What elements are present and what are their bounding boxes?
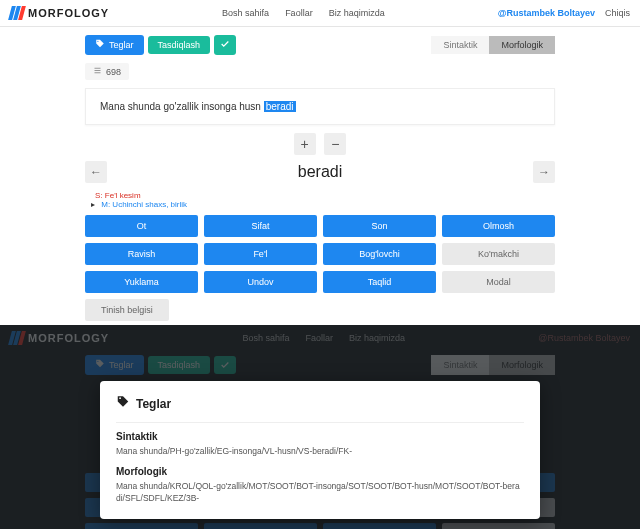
check-icon	[220, 39, 230, 51]
logout-link[interactable]: Chiqis	[605, 8, 630, 18]
modal-sintaktik-heading: Sintaktik	[116, 431, 524, 442]
logo[interactable]: MORFOLOGY	[10, 6, 109, 20]
top-nav: MORFOLOGY Bosh sahifa Faollar Biz haqimi…	[0, 0, 640, 27]
logo-icon	[10, 6, 24, 20]
pos-komakchi[interactable]: Ko'makchi	[442, 243, 555, 265]
nav-link-about[interactable]: Biz haqimizda	[329, 8, 385, 18]
info-s-label: S:	[95, 191, 103, 200]
user-link-dim: @Rustambek Boltayev	[538, 333, 630, 343]
check-button[interactable]	[214, 35, 236, 55]
tags-button-label: Teglar	[109, 40, 134, 50]
nav-link-home[interactable]: Bosh sahifa	[222, 8, 269, 18]
nav-link-active[interactable]: Faollar	[285, 8, 313, 18]
modal-title-text: Teglar	[136, 397, 171, 411]
minus-button[interactable]: −	[324, 133, 346, 155]
logo-text: MORFOLOGY	[28, 332, 109, 344]
punctuation-button[interactable]: Tinish belgisi	[85, 299, 169, 321]
tab-morfologik-dim: Morfologik	[489, 355, 555, 375]
tag-info: S: Fe'l kesim ▸ M: Uchinchi shaxs, birli…	[85, 191, 555, 209]
pos-boglovchi[interactable]: Bog'lovchi	[323, 243, 436, 265]
pos-olmosh[interactable]: Olmosh	[442, 215, 555, 237]
tag-icon	[95, 359, 105, 371]
toolbar-dim: Teglar Tasdiqlash Sintaktik Morfologik	[85, 355, 555, 375]
count-row: 698	[85, 63, 555, 80]
nav-right: @Rustambek Boltayev Chiqis	[498, 8, 630, 18]
sentence-prefix: Mana shunda go'zallik insonga husn	[100, 101, 264, 112]
pos-undov[interactable]: Undov	[204, 271, 317, 293]
prev-word-button[interactable]: ←	[85, 161, 107, 183]
app-screen-main: MORFOLOGY Bosh sahifa Faollar Biz haqimi…	[0, 0, 640, 321]
next-word-button[interactable]: →	[533, 161, 555, 183]
pos-modal[interactable]: Modal	[442, 271, 555, 293]
app-screen-modal: MORFOLOGY Bosh sahifa Faollar Biz haqimi…	[0, 325, 640, 529]
info-m-label: M:	[101, 200, 110, 209]
logo-text: MORFOLOGY	[28, 7, 109, 19]
tab-sintaktik-dim: Sintaktik	[431, 355, 489, 375]
confirm-button-dim: Tasdiqlash	[148, 356, 211, 374]
modal-title: Teglar	[116, 395, 524, 412]
pos-sifat[interactable]: Sifat	[204, 215, 317, 237]
pos-taqlid[interactable]: Taqlid	[323, 271, 436, 293]
tags-button[interactable]: Teglar	[85, 35, 144, 55]
tag-icon	[95, 39, 105, 51]
focus-word-row: ← beradi →	[85, 161, 555, 183]
nav-link-about: Biz haqimizda	[349, 333, 405, 343]
pos-ravish[interactable]: Ravish	[85, 243, 198, 265]
logo-icon	[10, 331, 24, 345]
focus-word: beradi	[298, 163, 342, 181]
pos-tag-grid: Ot Sifat Son Olmosh Ravish Fe'l Bog'lovc…	[85, 215, 555, 293]
sentence-highlight: beradi	[264, 101, 296, 112]
top-nav-dim: MORFOLOGY Bosh sahifa Faollar Biz haqimi…	[0, 325, 640, 351]
tag-icon	[116, 395, 130, 412]
toolbar: Teglar Tasdiqlash Sintaktik Morfologik	[85, 27, 555, 63]
user-link[interactable]: @Rustambek Boltayev	[498, 8, 595, 18]
punctuation-row: Tinish belgisi	[85, 299, 555, 321]
info-s-value: Fe'l kesim	[105, 191, 141, 200]
tab-morfologik[interactable]: Morfologik	[489, 36, 555, 54]
modal-morfologik-text: Mana shunda/KROL/QOL-go'zallik/MOT/SOOT/…	[116, 481, 524, 505]
sentence-box[interactable]: Mana shunda go'zallik insonga husn berad…	[85, 88, 555, 125]
tags-button-dim: Teglar	[85, 355, 144, 375]
list-icon	[93, 66, 102, 77]
plus-minus-row: + −	[85, 133, 555, 155]
confirm-button-label: Tasdiqlash	[158, 40, 201, 50]
figure-wrapper: MORFOLOGY Bosh sahifa Faollar Biz haqimi…	[0, 0, 640, 529]
modal-sintaktik-text: Mana shunda/PH-go'zallik/EG-insonga/VL-h…	[116, 446, 524, 458]
pos-son[interactable]: Son	[323, 215, 436, 237]
nav-link-home: Bosh sahifa	[242, 333, 289, 343]
mode-tabs: Sintaktik Morfologik	[431, 36, 555, 54]
confirm-button[interactable]: Tasdiqlash	[148, 36, 211, 54]
tags-modal: Teglar Sintaktik Mana shunda/PH-go'zalli…	[100, 381, 540, 519]
info-m-value: Uchinchi shaxs, birlik	[112, 200, 187, 209]
nav-link-active: Faollar	[305, 333, 333, 343]
check-button-dim	[214, 356, 236, 374]
bullet-icon: ▸	[91, 200, 95, 209]
count-box: 698	[85, 63, 129, 80]
pos-fel[interactable]: Fe'l	[204, 243, 317, 265]
modal-morfologik-heading: Morfologik	[116, 466, 524, 477]
tab-sintaktik[interactable]: Sintaktik	[431, 36, 489, 54]
plus-button[interactable]: +	[294, 133, 316, 155]
nav-links: Bosh sahifa Faollar Biz haqimizda	[222, 8, 385, 18]
pos-ot[interactable]: Ot	[85, 215, 198, 237]
pos-yuklama[interactable]: Yuklama	[85, 271, 198, 293]
count-value: 698	[106, 67, 121, 77]
